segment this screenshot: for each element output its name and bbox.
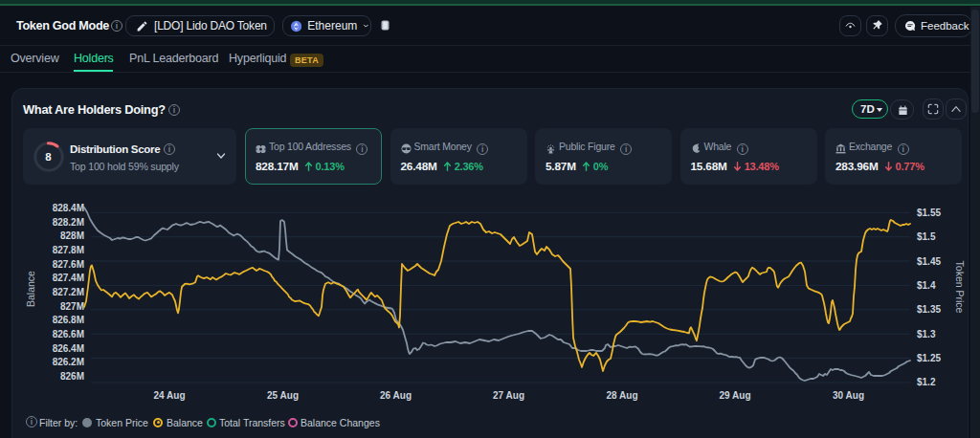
svg-text:827.2M: 827.2M bbox=[53, 287, 84, 297]
svg-text:Balance: Balance bbox=[25, 271, 36, 307]
svg-text:$1.4: $1.4 bbox=[917, 280, 936, 291]
svg-text:826.6M: 826.6M bbox=[53, 329, 84, 339]
svg-text:$1.35: $1.35 bbox=[917, 304, 941, 315]
svg-text:30 Aug: 30 Aug bbox=[833, 390, 864, 401]
svg-text:828.2M: 828.2M bbox=[53, 217, 84, 228]
svg-text:29 Aug: 29 Aug bbox=[720, 390, 751, 401]
svg-text:$1.25: $1.25 bbox=[917, 353, 941, 363]
svg-text:27 Aug: 27 Aug bbox=[493, 390, 524, 401]
svg-text:826.4M: 826.4M bbox=[53, 343, 84, 354]
svg-text:28 Aug: 28 Aug bbox=[607, 390, 638, 401]
svg-text:$1.45: $1.45 bbox=[917, 256, 941, 267]
svg-text:828.4M: 828.4M bbox=[53, 203, 84, 213]
svg-text:827.4M: 827.4M bbox=[53, 273, 84, 283]
svg-text:828M: 828M bbox=[60, 230, 84, 241]
svg-text:826.8M: 826.8M bbox=[53, 315, 84, 325]
svg-text:Token Price: Token Price bbox=[954, 261, 966, 314]
svg-text:$1.2: $1.2 bbox=[917, 377, 936, 387]
svg-text:25 Aug: 25 Aug bbox=[267, 390, 299, 401]
svg-text:826M: 826M bbox=[60, 371, 84, 382]
svg-text:24 Aug: 24 Aug bbox=[154, 390, 186, 401]
svg-text:$1.55: $1.55 bbox=[917, 208, 941, 218]
svg-text:26 Aug: 26 Aug bbox=[380, 390, 412, 401]
svg-text:$1.3: $1.3 bbox=[917, 329, 936, 339]
svg-text:826.2M: 826.2M bbox=[53, 357, 84, 367]
svg-text:827M: 827M bbox=[60, 301, 84, 312]
svg-text:827.8M: 827.8M bbox=[53, 245, 84, 255]
svg-text:$1.5: $1.5 bbox=[917, 231, 936, 242]
svg-text:827.6M: 827.6M bbox=[53, 259, 84, 270]
